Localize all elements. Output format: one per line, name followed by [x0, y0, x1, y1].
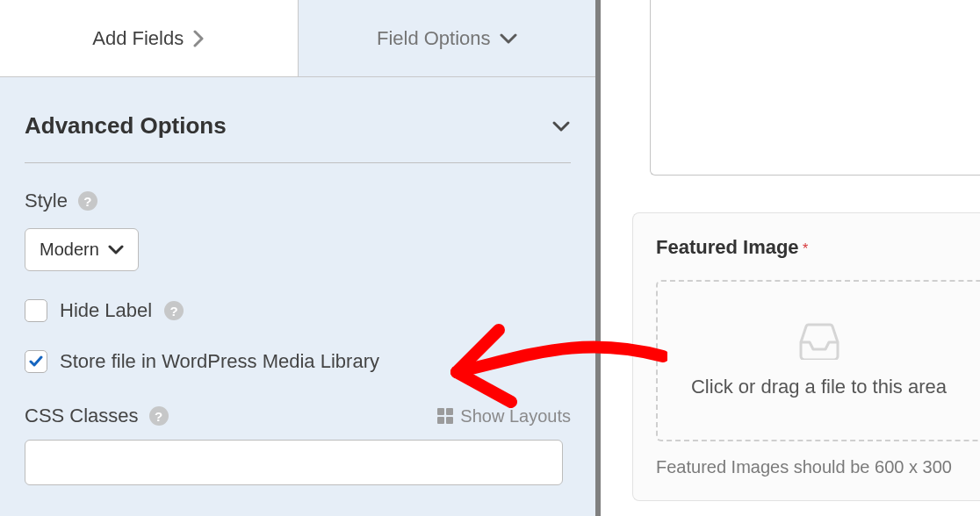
chevron-down-icon — [551, 120, 571, 133]
chevron-down-icon — [500, 32, 517, 45]
show-layouts-link[interactable]: Show Layouts — [437, 406, 571, 426]
tab-label: Field Options — [377, 27, 491, 50]
hide-label-checkbox[interactable] — [25, 299, 47, 322]
tabs: Add Fields Field Options — [0, 0, 595, 77]
grid-icon — [437, 408, 453, 424]
help-icon[interactable]: ? — [78, 191, 97, 211]
store-file-checkbox[interactable] — [25, 350, 47, 373]
css-classes-input[interactable] — [25, 440, 563, 485]
featured-image-field: Featured Image * Click or drag a file to… — [632, 212, 980, 501]
upload-dropzone[interactable]: Click or drag a file to this area — [656, 280, 980, 441]
css-classes-header: CSS Classes ? Show Layouts — [25, 405, 571, 427]
advanced-options-panel: Advanced Options Style ? Modern Hide Lab… — [0, 77, 595, 485]
css-classes-label: CSS Classes — [25, 405, 139, 427]
style-label: Style — [25, 190, 68, 212]
hide-label-row: Hide Label ? — [25, 299, 571, 322]
required-asterisk: * — [803, 241, 808, 256]
inbox-icon — [797, 323, 841, 360]
text-area-preview[interactable] — [650, 0, 980, 176]
field-settings-sidebar: Add Fields Field Options Advanced Option… — [0, 0, 601, 516]
chevron-down-icon — [108, 245, 124, 255]
chevron-right-icon — [192, 30, 205, 47]
check-icon — [29, 355, 43, 369]
featured-image-label: Featured Image — [656, 236, 799, 258]
help-icon[interactable]: ? — [164, 301, 184, 320]
tab-add-fields[interactable]: Add Fields — [0, 0, 299, 76]
section-title: Advanced Options — [25, 112, 227, 140]
store-file-row: Store file in WordPress Media Library — [25, 350, 571, 373]
hide-label-text: Hide Label — [60, 299, 152, 322]
tab-label: Add Fields — [92, 27, 184, 50]
style-select[interactable]: Modern — [25, 228, 139, 271]
tab-field-options[interactable]: Field Options — [299, 0, 596, 76]
style-value: Modern — [40, 240, 99, 260]
show-layouts-label: Show Layouts — [460, 406, 571, 426]
section-header-advanced[interactable]: Advanced Options — [25, 100, 571, 163]
help-icon[interactable]: ? — [149, 406, 169, 426]
store-file-text: Store file in WordPress Media Library — [60, 350, 379, 373]
style-row: Style ? Modern — [25, 190, 571, 271]
dropzone-text: Click or drag a file to this area — [691, 376, 947, 398]
featured-image-note: Featured Images should be 600 x 300 — [656, 457, 980, 477]
